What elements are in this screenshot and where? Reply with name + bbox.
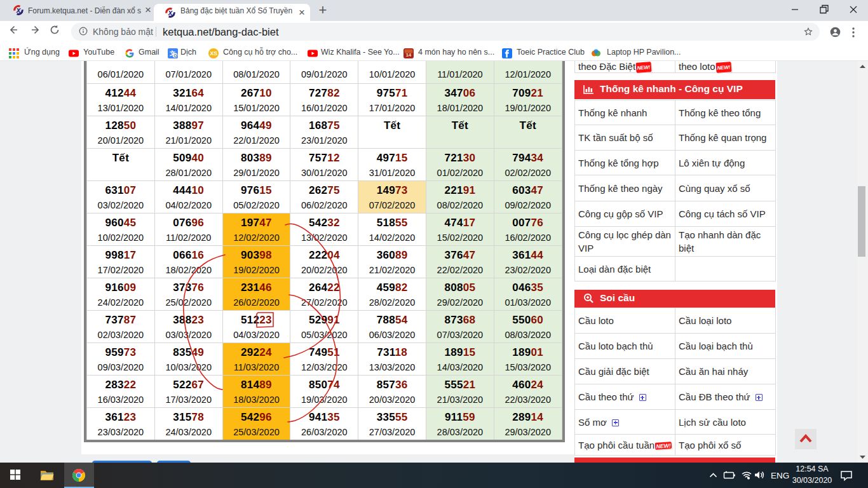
svg-text:XS: XS [210, 50, 218, 57]
svg-text:14: 14 [405, 52, 411, 58]
svg-text:x: x [168, 8, 173, 17]
svg-text:G: G [173, 53, 177, 58]
svg-text:x: x [16, 6, 22, 15]
